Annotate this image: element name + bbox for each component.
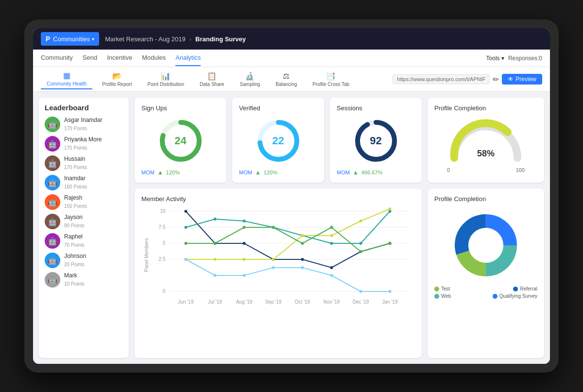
svg-point-61 [272, 266, 275, 269]
subnav-profile-cross-tab[interactable]: 📑 Profile Cross Tab [307, 69, 355, 89]
breadcrumb-sep: › [189, 35, 191, 43]
signups-mom-arrow: ▲ [157, 169, 163, 176]
sessions-value: 92 [370, 135, 381, 147]
profile-pie-card: Profile Completion [428, 188, 544, 358]
breadcrumb-link[interactable]: Market Research - Aug 2019 [105, 35, 185, 43]
profile-gauge-card: Profile Completion 58% 0 1 [428, 98, 544, 183]
svg-text:Oct '19: Oct '19 [295, 299, 310, 305]
subnav-sampling[interactable]: 🔬 Sampling [234, 69, 266, 89]
gauge-max: 100 [516, 167, 525, 173]
signups-value: 24 [174, 135, 186, 147]
sessions-title: Sessions [337, 104, 415, 112]
subnav-community-health[interactable]: ▦ Community Health [41, 69, 92, 89]
nav-tabs: Community Send Incentive Modules Analyti… [41, 50, 201, 66]
gauge-labels: 0 100 [447, 167, 525, 173]
tab-modules[interactable]: Modules [142, 50, 166, 66]
preview-button[interactable]: 👁 Preview [502, 74, 542, 85]
sessions-mom-arrow: ▲ [353, 169, 359, 176]
avatar: 🤖 [45, 117, 60, 132]
svg-point-55 [330, 226, 333, 229]
tab-incentive[interactable]: Incentive [107, 50, 132, 66]
svg-text:Aug '19: Aug '19 [236, 299, 253, 305]
preview-label: Preview [515, 76, 536, 83]
avatar: 🤖 [45, 253, 60, 268]
pie-container [434, 206, 537, 284]
svg-point-51 [214, 242, 217, 245]
sessions-mom-label: MOM [337, 170, 350, 175]
tab-community[interactable]: Community [41, 50, 73, 66]
avatar: 🤖 [45, 155, 60, 171]
tab-analytics[interactable]: Analytics [175, 50, 201, 66]
member-points: 170 Points [64, 126, 87, 131]
member-name: Asgar Inamdar [64, 117, 123, 123]
subnav-balancing-label: Balancing [275, 82, 297, 87]
sub-nav: ▦ Community Health 📂 Profile Report 📊 Po… [33, 67, 550, 92]
subnav-point-distribution[interactable]: 📊 Point Distribution [141, 69, 190, 89]
subnav-profile-report[interactable]: 📂 Profile Report [96, 69, 137, 89]
url-bar-area: ✏ 👁 Preview [393, 74, 542, 85]
sampling-icon: 🔬 [245, 71, 255, 81]
svg-text:5: 5 [163, 240, 166, 246]
sessions-mom-pct: 466.67% [361, 170, 382, 175]
subnav-data-share[interactable]: 📋 Data Share [194, 69, 230, 89]
member-name: Rajesh [64, 194, 123, 201]
signups-title: Sign Ups [141, 104, 220, 112]
subnav-data-share-label: Data Share [200, 82, 224, 87]
verified-value: 22 [272, 135, 284, 147]
balancing-icon: ⚖ [283, 71, 290, 81]
edit-url-icon[interactable]: ✏ [493, 75, 499, 84]
avatar: 🤖 [45, 233, 60, 249]
svg-point-58 [185, 258, 188, 261]
svg-point-34 [185, 226, 188, 229]
community-health-icon: ▦ [63, 71, 70, 80]
list-item: 🤖 Rajesh 150 Points [45, 194, 123, 210]
right-content: Sign Ups 24 MOM [135, 98, 544, 358]
svg-point-31 [330, 266, 333, 269]
svg-point-52 [243, 226, 246, 229]
list-item: 🤖 Hussain 170 Points [45, 155, 123, 171]
svg-text:Jul '19: Jul '19 [208, 299, 222, 305]
point-distribution-icon: 📊 [161, 71, 171, 81]
svg-point-35 [214, 218, 217, 221]
svg-point-39 [330, 242, 333, 245]
logo-area[interactable]: P Communities ▾ [41, 32, 99, 46]
svg-point-26 [185, 210, 188, 213]
member-points: 80 Points [64, 223, 85, 228]
gauge-container: 58% 0 100 [434, 117, 537, 173]
svg-point-43 [214, 258, 217, 261]
legend-qualifying-label: Qualifying Survey [499, 293, 537, 299]
svg-point-62 [301, 266, 304, 269]
svg-point-63 [330, 274, 333, 277]
legend-referral: Referral [513, 286, 537, 291]
leaderboard-title: Leaderboard [45, 103, 123, 112]
breadcrumb-current: Branding Survey [195, 35, 246, 43]
signups-mom-label: MOM [141, 170, 154, 175]
svg-point-50 [185, 242, 188, 245]
member-name: Inamdar [64, 175, 123, 182]
list-item: 🤖 Asgar Inamdar 170 Points [45, 117, 123, 132]
legend-web: Web [434, 293, 451, 299]
verified-card: Verified 22 MOM [232, 98, 324, 183]
legend-test-label: Test [441, 286, 450, 291]
nav-right: Tools ▾ Responses:0 [486, 55, 542, 62]
svg-text:Panel Members: Panel Members [144, 238, 149, 272]
url-input[interactable] [393, 74, 490, 84]
subnav-profile-cross-tab-label: Profile Cross Tab [312, 82, 349, 87]
tools-button[interactable]: Tools ▾ [486, 55, 504, 62]
data-share-icon: 📋 [207, 71, 217, 81]
tab-send[interactable]: Send [83, 50, 97, 66]
svg-text:0: 0 [163, 289, 166, 294]
profile-report-icon: 📂 [112, 71, 122, 81]
main-content: Leaderboard 🤖 Asgar Inamdar 170 Points 🤖… [33, 92, 550, 364]
svg-text:Jun '19: Jun '19 [178, 299, 194, 305]
legend-referral-dot [513, 287, 518, 291]
device-screen: P Communities ▾ Market Research - Aug 20… [33, 28, 550, 364]
avatar: 🤖 [45, 194, 60, 210]
subnav-balancing[interactable]: ⚖ Balancing [270, 69, 303, 89]
verified-mom-arrow: ▲ [255, 169, 261, 176]
profile-cross-tab-icon: 📑 [326, 71, 336, 81]
signups-donut: 24 [141, 117, 220, 165]
member-name: Priyanka More [64, 136, 123, 143]
legend-web-label: Web [441, 293, 451, 299]
member-points: 70 Points [64, 242, 85, 248]
